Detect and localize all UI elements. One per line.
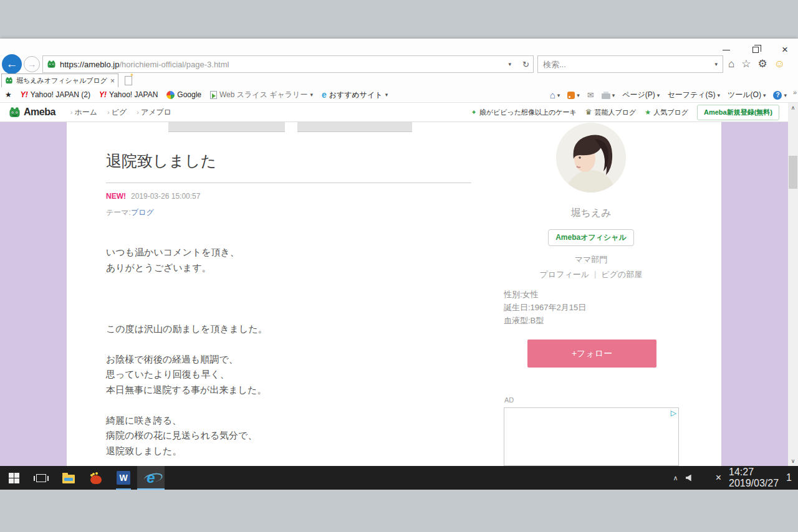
links-divider: | xyxy=(594,269,596,280)
theme-link[interactable]: ブログ xyxy=(131,208,154,217)
word-button[interactable]: W xyxy=(110,466,137,490)
read-mail-button[interactable]: ✉ xyxy=(587,90,594,100)
page-menu-label: ページ(P) xyxy=(622,90,655,100)
taskbar-clock[interactable]: 14:27 2019/03/27 xyxy=(729,467,779,489)
favorite-yahoo-unread[interactable]: Y!Yahoo! JAPAN (2) xyxy=(21,90,90,99)
chevron-down-icon: ▾ xyxy=(557,92,560,98)
offline-status-icon[interactable]: × xyxy=(716,472,721,483)
help-menu-button[interactable]: ?▾ xyxy=(773,91,787,100)
forward-button[interactable]: → xyxy=(24,56,40,72)
chevron-down-icon: ▾ xyxy=(385,92,388,98)
minimize-button[interactable] xyxy=(719,44,733,55)
overflow-chevron-icon[interactable]: » xyxy=(793,88,797,96)
back-button[interactable]: ← xyxy=(2,54,22,74)
chevron-down-icon: ▾ xyxy=(763,92,766,98)
crown-icon: ♛ xyxy=(585,108,592,116)
start-button[interactable] xyxy=(0,466,27,490)
adchoices-icon[interactable]: ▷ xyxy=(671,409,676,417)
search-input[interactable] xyxy=(543,60,711,69)
profile-details: 性別:女性誕生日:1967年2月15日血液型:B型 xyxy=(504,288,586,327)
favorite-suggested-sites[interactable]: eおすすめサイト▾ xyxy=(322,90,388,100)
article-line xyxy=(106,293,267,308)
blog-page-body: 退院致しました NEW! 2019-03-26 15:00:57 テーマ:ブログ… xyxy=(0,122,788,466)
ameba-signup-button[interactable]: Ameba新規登録(無料) xyxy=(697,105,779,120)
restore-button[interactable] xyxy=(749,44,762,55)
google-icon xyxy=(166,91,175,99)
tab-active[interactable]: 堀ちえみオフィシャルブログ「hor... × xyxy=(1,74,118,87)
ameba-frog-icon xyxy=(9,107,21,118)
pager-button[interactable] xyxy=(297,122,412,132)
search-dropdown-icon[interactable]: ▾ xyxy=(714,61,718,67)
url-dropdown-icon[interactable]: ▾ xyxy=(509,61,512,67)
scroll-up-arrow[interactable]: ∧ xyxy=(788,103,798,113)
task-view-button[interactable] xyxy=(27,466,55,490)
favorite-webslice-gallery[interactable]: Web スライス ギャラリー▾ xyxy=(210,90,313,100)
favorites-icon[interactable]: ☆ xyxy=(741,57,751,70)
tools-menu-button[interactable]: ツール(O)▾ xyxy=(728,90,766,100)
rss-icon xyxy=(567,92,575,99)
ameba-site-header: Ameba ›ホーム ›ピグ ›アメブロ ✦娘がビビった想像以上のケーキ ♛芸能… xyxy=(0,103,788,122)
search-box[interactable]: ▾ xyxy=(537,55,723,73)
follow-button[interactable]: +フォロー xyxy=(527,340,656,368)
desktop-background: ← → https://ameblo.jp/horichiemi-officia… xyxy=(0,0,798,532)
official-badge-wrap: Amebaオフィシャル xyxy=(529,229,653,246)
ameba-logo[interactable]: Ameba xyxy=(0,107,55,118)
avatar-image xyxy=(556,123,626,192)
tray-chevron-icon[interactable]: ∧ xyxy=(673,474,678,482)
close-window-button[interactable]: × xyxy=(778,44,792,55)
favorite-label: Web スライス ギャラリー xyxy=(219,90,307,100)
print-menu-button[interactable]: ▾ xyxy=(602,92,615,99)
profile-detail-line: 性別:女性 xyxy=(504,288,586,301)
safety-menu-button[interactable]: セーフティ(S)▾ xyxy=(667,90,720,100)
image-viewer-button[interactable] xyxy=(82,466,110,490)
browser-chrome: ← → https://ameblo.jp/horichiemi-officia… xyxy=(0,39,798,74)
volume-icon[interactable] xyxy=(686,475,693,482)
article-line xyxy=(106,277,267,293)
file-explorer-button[interactable] xyxy=(55,466,82,490)
article-title: 退院致しました xyxy=(106,151,216,171)
tab-close-icon[interactable]: × xyxy=(110,77,115,85)
address-bar[interactable]: https://ameblo.jp/horichiemi-official/pa… xyxy=(42,55,534,73)
promo-label: 娘がビビった想像以上のケーキ xyxy=(479,108,577,117)
tab-title: 堀ちえみオフィシャルブログ「hor... xyxy=(16,76,107,85)
vertical-scrollbar[interactable]: ∧ ∨ xyxy=(788,103,798,466)
nav-ameblo[interactable]: ›アメブロ xyxy=(137,107,171,118)
scroll-down-arrow[interactable]: ∨ xyxy=(788,456,798,466)
favorite-label: Yahoo! JAPAN (2) xyxy=(31,90,90,99)
add-favorite-icon[interactable]: ★ xyxy=(5,90,12,99)
favorite-label: おすすめサイト xyxy=(329,90,383,100)
nav-label: ホーム xyxy=(75,107,98,118)
profile-avatar[interactable] xyxy=(556,123,626,192)
new-badge: NEW! xyxy=(106,192,126,201)
promo-link-cake[interactable]: ✦娘がビビった想像以上のケーキ xyxy=(471,108,577,117)
pager-button[interactable] xyxy=(168,122,285,132)
action-center-icon[interactable]: 1 xyxy=(786,472,792,483)
favorite-google[interactable]: Google xyxy=(166,90,201,99)
ad-box[interactable]: ▷ xyxy=(504,407,679,466)
settings-gear-icon[interactable]: ⚙ xyxy=(758,57,767,70)
promo-label: 芸能人ブログ xyxy=(595,108,637,117)
pigg-room-link[interactable]: ピグの部屋 xyxy=(602,269,643,280)
feedback-smiley-icon[interactable]: ☺ xyxy=(774,58,785,70)
promo-link-popular-blog[interactable]: ★人気ブログ xyxy=(645,108,688,117)
ameba-logo-text: Ameba xyxy=(24,107,55,118)
profile-links: プロフィール | ピグの部屋 xyxy=(504,269,678,280)
favorite-yahoo[interactable]: Y!Yahoo! JAPAN xyxy=(99,90,158,99)
article-line xyxy=(106,308,267,323)
nav-pigg[interactable]: ›ピグ xyxy=(107,107,127,118)
rss-menu-button[interactable]: ▾ xyxy=(567,92,580,99)
nav-home[interactable]: ›ホーム xyxy=(70,107,97,118)
article-theme: テーマ:ブログ xyxy=(106,207,154,218)
ameba-official-badge[interactable]: Amebaオフィシャル xyxy=(548,229,634,246)
command-bar: ⌂▾ ▾ ✉ ▾ ページ(P)▾ セーフティ(S)▾ ツール(O)▾ ?▾ xyxy=(550,87,787,103)
internet-explorer-button[interactable]: e xyxy=(137,466,165,490)
home-menu-button[interactable]: ⌂▾ xyxy=(550,90,560,100)
page-menu-button[interactable]: ページ(P)▾ xyxy=(622,90,660,100)
scrollbar-thumb[interactable] xyxy=(789,156,797,189)
profile-link[interactable]: プロフィール xyxy=(540,269,590,280)
ie-icon: e xyxy=(322,91,327,98)
new-tab-button[interactable] xyxy=(122,75,135,87)
promo-link-celebrity-blog[interactable]: ♛芸能人ブログ xyxy=(585,108,637,117)
refresh-icon[interactable]: ↻ xyxy=(522,60,529,69)
home-icon[interactable]: ⌂ xyxy=(728,58,734,70)
